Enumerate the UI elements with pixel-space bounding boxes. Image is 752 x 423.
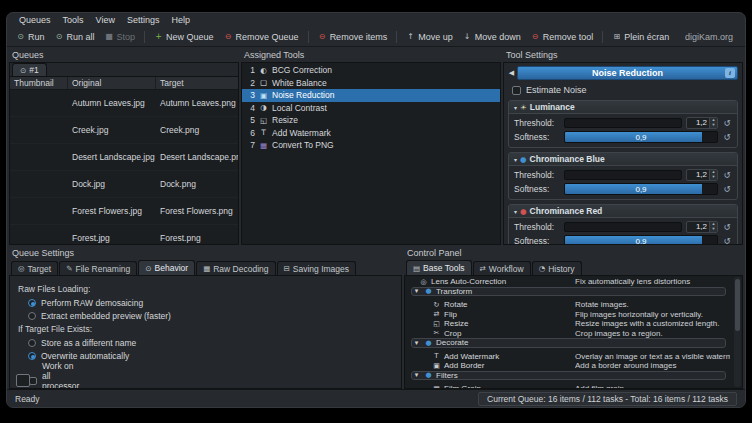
base-tool-row[interactable]: T Add Watermark Overlay an image or text…: [407, 352, 730, 362]
reset-icon[interactable]: ↺: [722, 236, 732, 245]
spin-down-icon[interactable]: ▼: [710, 123, 717, 128]
tab-label: Target: [28, 264, 52, 274]
option-marker[interactable]: [29, 377, 37, 385]
toolbar-button[interactable]: ↑ Move up: [396, 31, 458, 43]
queue-settings-tab[interactable]: ⊟ Saving Images: [277, 261, 357, 275]
settings-group-header[interactable]: ▾ ● Chrominance Red: [509, 205, 737, 218]
toolbar-button[interactable]: ⊖ Remove items: [308, 31, 393, 43]
menu-item[interactable]: View: [91, 15, 120, 25]
tab-label: Workflow: [489, 264, 524, 274]
toolbar-button[interactable]: ⊞ Plein écran: [602, 31, 674, 43]
assigned-tool-row[interactable]: 2 ▢ White Balance: [242, 77, 500, 90]
option-marker[interactable]: [28, 299, 36, 307]
queue-column-header[interactable]: Target: [156, 77, 238, 89]
base-tool-name: ◱ Resize: [407, 319, 575, 328]
menu-item[interactable]: Help: [166, 15, 195, 25]
base-tool-row[interactable]: ▣ Add Border Add a border around images: [407, 361, 730, 371]
softness-slider[interactable]: 0,9: [564, 131, 718, 143]
option-marker[interactable]: [28, 339, 36, 347]
toolbar-button[interactable]: ■ Stop: [100, 31, 141, 43]
scrollbar-track[interactable]: [734, 277, 741, 387]
behavior-option[interactable]: Store as a different name: [16, 336, 395, 349]
softness-slider[interactable]: 0,9: [564, 235, 718, 245]
threshold-slider[interactable]: [564, 222, 682, 232]
queue-table-row[interactable]: Forest Flowers.jpg Forest Flowers.png: [10, 198, 238, 225]
settings-group-header[interactable]: ▾ ● Chrominance Blue: [509, 153, 737, 166]
assigned-tool-row[interactable]: 6 T Add Watermark: [242, 127, 500, 140]
spin-down-icon[interactable]: ▼: [710, 175, 717, 180]
assigned-tool-row[interactable]: 4 ◑ Local Contrast: [242, 102, 500, 115]
threshold-spinbox[interactable]: 1,2 ▲▼: [686, 117, 718, 129]
base-tool-row[interactable]: ⇄ Flip Flip images horizontally or verti…: [407, 310, 730, 320]
menu-item[interactable]: Queues: [14, 15, 56, 25]
spin-down-icon[interactable]: ▼: [710, 227, 717, 232]
menu-item[interactable]: Settings: [122, 15, 165, 25]
tool-header-label: Noise Reduction: [592, 68, 663, 78]
base-tool-row[interactable]: ◱ Resize Resize images with a customized…: [407, 319, 730, 329]
option-marker[interactable]: [28, 352, 36, 360]
base-tool-row[interactable]: ✂ Crop Crop images to a region.: [407, 329, 730, 339]
threshold-slider[interactable]: [564, 118, 682, 128]
base-tool-row[interactable]: ▾ ● Transform: [411, 287, 726, 297]
behavior-option[interactable]: Raw Files Loading:: [16, 282, 395, 296]
reset-icon[interactable]: ↺: [722, 132, 732, 142]
queue-settings-tab[interactable]: ▦ Raw Decoding: [196, 261, 275, 275]
tab-label: Base Tools: [423, 263, 464, 273]
threshold-slider[interactable]: [564, 170, 682, 180]
scrollbar-thumb[interactable]: [735, 279, 740, 331]
toolbar-button[interactable]: ⊙ Run all: [50, 31, 100, 43]
reset-icon[interactable]: ↺: [722, 222, 732, 232]
base-tool-name: ▦ Film Grain: [407, 384, 575, 389]
local-contrast-icon: ◑: [259, 103, 268, 112]
behavior-option[interactable]: Perform RAW demosaicing: [16, 296, 395, 309]
assigned-tool-row[interactable]: 3 ▣ Noise Reduction: [242, 89, 500, 102]
queue-table-row[interactable]: Dock.jpg Dock.png: [10, 171, 238, 198]
reset-icon[interactable]: ↺: [722, 184, 732, 194]
control-panel-tab[interactable]: ▤ Base Tools: [406, 260, 472, 275]
base-tool-row[interactable]: ◎ Lens Auto-Correction Fix automatically…: [407, 277, 730, 287]
queue-settings-tab[interactable]: ✎ File Renaming: [59, 261, 137, 275]
threshold-spinbox[interactable]: 1,2 ▲▼: [686, 221, 718, 233]
menu-item[interactable]: Tools: [58, 15, 89, 25]
base-tool-row[interactable]: ▾ ● Filters: [411, 371, 726, 381]
queue-column-header[interactable]: Thumbnail: [10, 77, 68, 89]
queue-table-row[interactable]: Desert Landscape.jpg Desert Landscape.pn…: [10, 144, 238, 171]
behavior-option[interactable]: Work on all processor cores: [16, 374, 30, 387]
behavior-option[interactable]: Extract embedded preview (faster): [16, 309, 395, 322]
threshold-row: Threshold: 1,2 ▲▼ ↺: [514, 117, 732, 129]
queue-column-header[interactable]: Original: [68, 77, 156, 89]
queue-table-row[interactable]: Forest.jpg Forest.png: [10, 225, 238, 244]
toolbar-button[interactable]: + New Queue: [144, 31, 219, 43]
toolbar-button[interactable]: ⊖ Remove tool: [526, 31, 599, 43]
threshold-spinbox[interactable]: 1,2 ▲▼: [686, 169, 718, 181]
toolbar-button[interactable]: ↓ Move down: [458, 31, 526, 43]
queue-settings-tab[interactable]: ◎ Target: [11, 261, 58, 275]
option-marker[interactable]: [28, 312, 36, 320]
behavior-tab-content: Raw Files Loading: Perform RAW demosaici…: [9, 275, 402, 389]
queue-table-row[interactable]: Creek.jpg Creek.png: [10, 117, 238, 144]
control-panel-tab[interactable]: ⇄ Workflow: [473, 261, 531, 275]
base-tool-row[interactable]: ▦ Film Grain Add film grain: [407, 384, 730, 389]
info-icon[interactable]: i: [725, 68, 735, 78]
queue-tab-label: #1: [29, 65, 38, 75]
collapse-icon[interactable]: ◀: [508, 69, 515, 77]
queue-tab-1[interactable]: ⊙ #1: [12, 63, 47, 76]
reset-icon[interactable]: ↺: [722, 118, 732, 128]
assigned-tool-row[interactable]: 1 ◐ BCG Correction: [242, 64, 500, 77]
settings-group-header[interactable]: ▾ ☀ Luminance: [509, 101, 737, 114]
behavior-option[interactable]: If Target File Exists:: [16, 322, 395, 336]
digikam-brand-link[interactable]: digiKam.org: [685, 32, 741, 42]
reset-icon[interactable]: ↺: [722, 170, 732, 180]
softness-slider[interactable]: 0,9: [564, 183, 718, 195]
control-panel-tab[interactable]: ◔ History: [532, 261, 582, 275]
queue-settings-tab[interactable]: ⊙ Behavior: [138, 260, 195, 275]
assigned-tool-row[interactable]: 7 ▦ Convert To PNG: [242, 139, 500, 152]
toolbar-button[interactable]: ⊖ Remove Queue: [219, 31, 304, 43]
base-tool-row[interactable]: ↻ Rotate Rotate images.: [407, 300, 730, 310]
queue-table-row[interactable]: Autumn Leaves.jpg Autumn Leaves.png: [10, 90, 238, 117]
toolbar-button[interactable]: ⊙ Run: [11, 31, 50, 43]
tool-settings-header: ◀ Noise Reduction i: [508, 66, 738, 80]
estimate-noise-checkbox[interactable]: [512, 86, 521, 95]
assigned-tool-row[interactable]: 5 ◱ Resize: [242, 114, 500, 127]
base-tool-row[interactable]: ▾ ● Decorate: [411, 338, 726, 348]
